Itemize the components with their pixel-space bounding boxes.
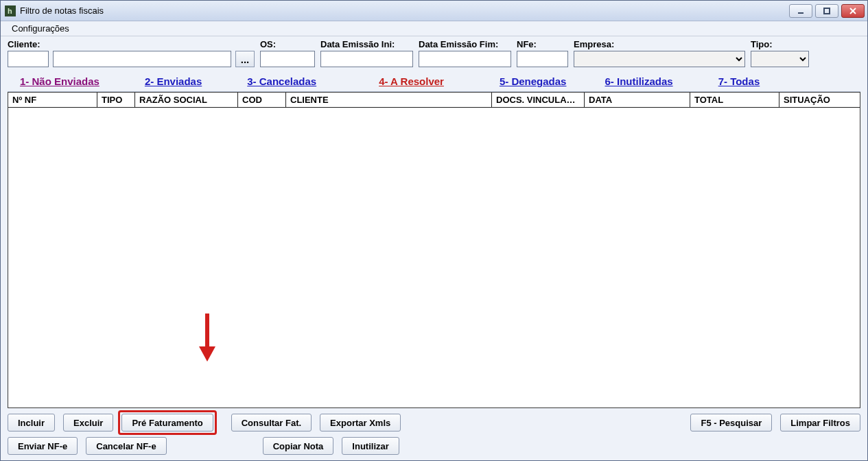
cliente-field: Cliente: ... xyxy=(8,39,255,67)
tab-canceladas[interactable]: 3- Canceladas xyxy=(235,75,329,87)
results-grid: Nº NF TIPO RAZÃO SOCIAL COD CLIENTE DOCS… xyxy=(8,92,860,408)
tab-nao-enviadas[interactable]: 1- Não Enviadas xyxy=(8,75,112,87)
close-button[interactable] xyxy=(841,4,865,18)
cliente-lookup-button[interactable]: ... xyxy=(235,51,255,67)
tab-a-resolver[interactable]: 4- A Resolver xyxy=(366,75,456,87)
grid-body[interactable] xyxy=(8,108,860,407)
svg-rect-2 xyxy=(798,12,804,14)
svg-text:h: h xyxy=(8,7,12,15)
menu-configuracoes[interactable]: Configurações xyxy=(6,22,75,35)
emissao-fim-field: Data Emissão Fim: xyxy=(419,39,511,67)
action-buttons: Incluir Excluir Pré Faturamento Consulta… xyxy=(8,408,860,455)
nfe-input[interactable] xyxy=(517,51,568,67)
svg-marker-7 xyxy=(199,346,215,362)
highlight-pre-faturamento: Pré Faturamento xyxy=(118,410,216,435)
nfe-field: NFe: xyxy=(517,39,568,67)
inutilizar-button[interactable]: Inutilizar xyxy=(342,437,399,455)
app-icon: h xyxy=(5,5,16,16)
copiar-nota-button[interactable]: Copiar Nota xyxy=(263,437,334,455)
col-cliente[interactable]: CLIENTE xyxy=(286,93,492,107)
limpar-filtros-button[interactable]: Limpar Filtros xyxy=(780,414,860,432)
nfe-label: NFe: xyxy=(517,39,568,49)
tab-enviadas[interactable]: 2- Enviadas xyxy=(132,75,214,87)
os-label: OS: xyxy=(260,39,315,49)
excluir-button[interactable]: Excluir xyxy=(63,414,113,432)
cliente-label: Cliente: xyxy=(8,39,255,49)
col-razao[interactable]: RAZÃO SOCIAL xyxy=(135,93,238,107)
window-controls xyxy=(789,4,865,18)
empresa-label: Empresa: xyxy=(574,39,745,49)
annotation-arrow-icon xyxy=(197,314,218,362)
emissao-ini-input[interactable] xyxy=(320,51,413,67)
col-total[interactable]: TOTAL xyxy=(690,93,779,107)
filter-bar: Cliente: ... OS: Data Emissão Ini: Data … xyxy=(8,39,860,71)
window-title: Filtro de notas fiscais xyxy=(20,5,104,16)
cancelar-nfe-button[interactable]: Cancelar NF-e xyxy=(86,437,166,455)
app-window: h Filtro de notas fiscais Configurações xyxy=(0,0,868,461)
f5-pesquisar-button[interactable]: F5 - Pesquisar xyxy=(690,414,772,432)
client-area: Cliente: ... OS: Data Emissão Ini: Data … xyxy=(1,36,867,460)
cliente-name-input[interactable] xyxy=(53,51,231,67)
os-input[interactable] xyxy=(260,51,315,67)
minimize-button[interactable] xyxy=(789,4,812,18)
cliente-code-input[interactable] xyxy=(8,51,49,67)
emissao-fim-input[interactable] xyxy=(419,51,511,67)
button-row-1: Incluir Excluir Pré Faturamento Consulta… xyxy=(8,414,860,432)
consultar-fat-button[interactable]: Consultar Fat. xyxy=(231,414,312,432)
empresa-combo[interactable] xyxy=(574,51,745,67)
grid-header: Nº NF TIPO RAZÃO SOCIAL COD CLIENTE DOCS… xyxy=(8,93,860,108)
tab-inutilizadas[interactable]: 6- Inutilizadas xyxy=(592,75,685,87)
col-data[interactable]: DATA xyxy=(585,93,690,107)
tipo-combo[interactable] xyxy=(751,51,809,67)
col-cod[interactable]: COD xyxy=(238,93,286,107)
pre-faturamento-button[interactable]: Pré Faturamento xyxy=(121,414,213,432)
col-situacao[interactable]: SITUAÇÃO xyxy=(779,93,860,107)
col-nf[interactable]: Nº NF xyxy=(8,93,97,107)
empresa-field: Empresa: xyxy=(574,39,745,67)
emissao-ini-label: Data Emissão Ini: xyxy=(320,39,413,49)
emissao-fim-label: Data Emissão Fim: xyxy=(419,39,511,49)
titlebar: h Filtro de notas fiscais xyxy=(1,1,867,21)
svg-rect-3 xyxy=(824,8,830,14)
os-field: OS: xyxy=(260,39,315,67)
button-row-2: Enviar NF-e Cancelar NF-e Copiar Nota In… xyxy=(8,437,860,455)
tab-todas[interactable]: 7- Todas xyxy=(706,75,773,87)
status-tabs: 1- Não Enviadas 2- Enviadas 3- Cancelada… xyxy=(8,71,860,92)
col-tipo[interactable]: TIPO xyxy=(97,93,135,107)
emissao-ini-field: Data Emissão Ini: xyxy=(320,39,413,67)
exportar-xmls-button[interactable]: Exportar Xmls xyxy=(320,414,401,432)
tipo-label: Tipo: xyxy=(751,39,809,49)
enviar-nfe-button[interactable]: Enviar NF-e xyxy=(8,437,78,455)
incluir-button[interactable]: Incluir xyxy=(8,414,55,432)
col-docs[interactable]: DOCS. VINCULADOS xyxy=(492,93,585,107)
menubar: Configurações xyxy=(1,21,867,36)
tab-denegadas[interactable]: 5- Denegadas xyxy=(487,75,579,87)
tipo-field: Tipo: xyxy=(751,39,809,67)
maximize-button[interactable] xyxy=(815,4,838,18)
